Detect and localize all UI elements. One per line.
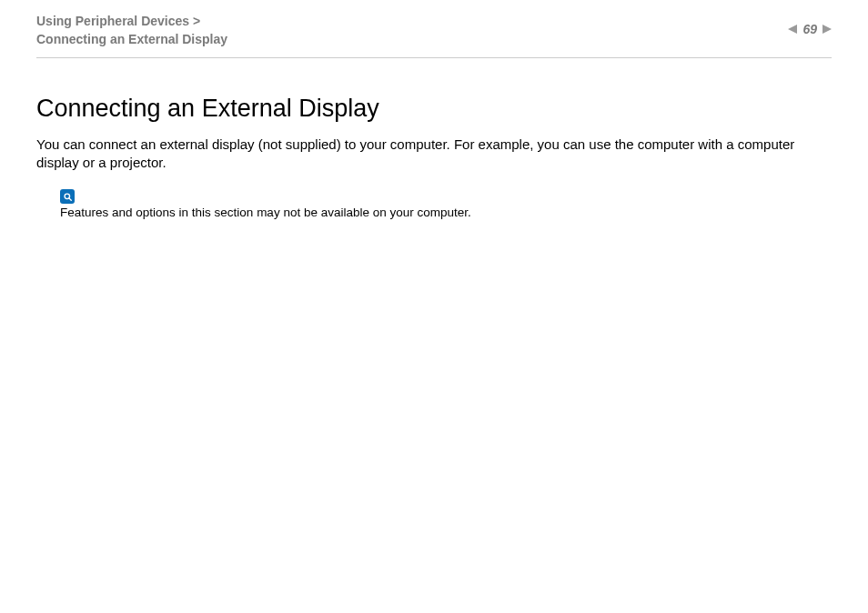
breadcrumb-line1: Using Peripheral Devices > [36,13,227,31]
prev-page-icon[interactable] [788,25,797,34]
magnifier-icon [60,189,75,204]
breadcrumb-page: Connecting an External Display [36,31,227,49]
breadcrumb-section: Using Peripheral Devices [36,14,189,28]
svg-line-1 [68,198,70,200]
page-number: 69 [802,22,817,36]
pager: 69 [788,22,832,36]
intro-paragraph: You can connect an external display (not… [36,136,832,173]
next-page-icon[interactable] [823,25,832,34]
page-content: Connecting an External Display You can c… [0,58,868,219]
breadcrumb-separator: > [193,14,200,28]
page-title: Connecting an External Display [36,95,832,123]
note-block: Features and options in this section may… [36,189,832,220]
page-header: Using Peripheral Devices > Connecting an… [0,0,868,57]
note-text: Features and options in this section may… [60,206,832,219]
breadcrumb: Using Peripheral Devices > Connecting an… [36,13,227,48]
